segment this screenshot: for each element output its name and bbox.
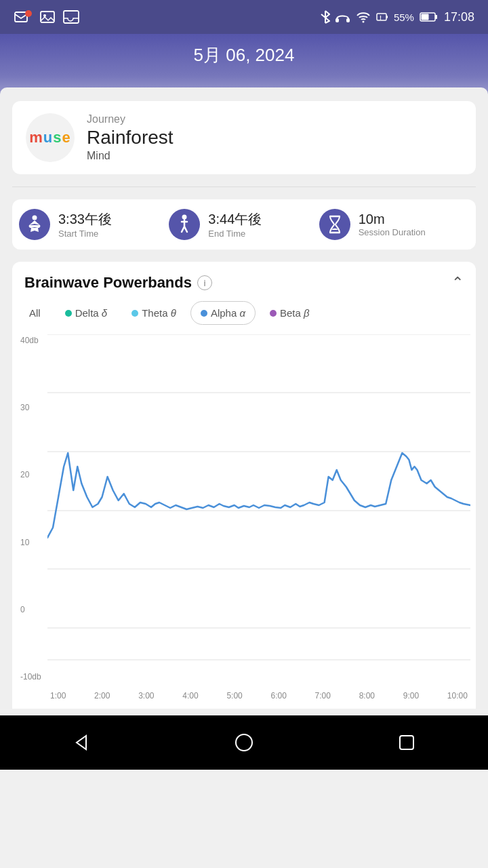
status-right-icons: ! 55% 17:08 — [321, 9, 474, 24]
end-time-icon — [169, 209, 200, 240]
svg-point-14 — [33, 216, 37, 220]
journey-label: Journey — [87, 113, 174, 125]
chart-svg-container: 1:00 2:00 3:00 4:00 5:00 6:00 7:00 8:00 … — [47, 334, 470, 702]
start-time-icon — [19, 209, 50, 240]
brainwave-card: Brainwave Powerbands i ⌃ All Delta δ The… — [12, 262, 476, 709]
stat-end-time: 3:44午後 End Time — [169, 209, 319, 240]
status-bar: ! 55% 17:08 — [0, 0, 488, 34]
recents-button[interactable] — [390, 726, 424, 760]
filter-beta[interactable]: Beta β — [260, 301, 320, 325]
duration-label: Session Duration — [359, 227, 426, 237]
chart-container: 40db 30 20 10 0 -10db — [12, 334, 476, 709]
svg-rect-13 — [435, 15, 437, 19]
header-date: 5月 06, 2024 — [0, 43, 488, 67]
header: 5月 06, 2024 — [0, 34, 488, 94]
time-display: 17:08 — [444, 10, 474, 24]
nav-bar — [0, 715, 488, 770]
end-time-value: 3:44午後 — [208, 210, 262, 229]
theta-dot — [131, 310, 138, 317]
stat-duration: 10m Session Duration — [319, 209, 469, 240]
headphones-icon — [336, 11, 350, 23]
x-axis: 1:00 2:00 3:00 4:00 5:00 6:00 7:00 8:00 … — [47, 690, 470, 702]
image-icon — [39, 9, 56, 24]
journey-info: Journey Rainforest Mind — [87, 113, 174, 162]
journey-type: Mind — [87, 150, 174, 162]
svg-rect-25 — [400, 736, 413, 749]
back-button[interactable] — [64, 726, 98, 760]
start-time-value: 3:33午後 — [58, 210, 112, 229]
home-button[interactable] — [227, 726, 261, 760]
battery-percentage: 55% — [394, 12, 414, 23]
collapse-button[interactable]: ⌃ — [451, 274, 464, 292]
brainwave-title: Brainwave Powerbands i — [24, 274, 212, 292]
filter-all[interactable]: All — [19, 301, 51, 325]
filter-alpha[interactable]: Alpha α — [190, 301, 256, 325]
brainwave-chart — [47, 334, 470, 687]
svg-rect-2 — [41, 12, 54, 22]
main-content: muse Journey Rainforest Mind 3:33午後 — [0, 87, 488, 709]
svg-point-7 — [362, 21, 364, 23]
bluetooth-icon — [321, 9, 330, 24]
filter-tabs: All Delta δ Theta θ Alpha α Beta β — [12, 301, 476, 334]
wifi-icon — [356, 11, 371, 23]
start-time-label: Start Time — [58, 229, 112, 239]
duration-value: 10m — [359, 212, 426, 227]
muse-logo: muse — [26, 113, 75, 162]
svg-marker-23 — [77, 736, 86, 749]
svg-rect-5 — [336, 18, 339, 22]
svg-rect-9 — [386, 16, 388, 18]
filter-delta[interactable]: Delta δ — [55, 301, 118, 325]
battery-warning-icon: ! — [376, 11, 388, 23]
svg-text:!: ! — [380, 14, 382, 21]
svg-rect-12 — [421, 14, 428, 20]
stat-start-time: 3:33午後 Start Time — [19, 209, 169, 240]
svg-point-15 — [182, 215, 187, 220]
divider — [12, 186, 476, 187]
battery-icon — [420, 12, 439, 22]
status-left-icons — [14, 9, 80, 24]
svg-point-24 — [236, 734, 252, 751]
svg-rect-8 — [377, 14, 386, 20]
delta-dot — [65, 310, 72, 317]
beta-dot — [270, 310, 277, 317]
session-stats: 3:33午後 Start Time 3:44午後 End Time — [12, 199, 476, 250]
svg-rect-6 — [346, 18, 350, 22]
journey-card: muse Journey Rainforest Mind — [12, 101, 476, 174]
journey-name: Rainforest — [87, 127, 174, 149]
brainwave-header: Brainwave Powerbands i ⌃ — [12, 274, 476, 301]
y-axis: 40db 30 20 10 0 -10db — [18, 334, 47, 702]
svg-point-1 — [25, 10, 32, 17]
end-time-label: End Time — [208, 229, 262, 239]
info-icon[interactable]: i — [197, 275, 212, 290]
filter-theta[interactable]: Theta θ — [121, 301, 186, 325]
alpha-dot — [201, 310, 207, 317]
duration-icon — [319, 209, 350, 240]
inbox-icon — [62, 9, 80, 24]
notification-icon-1 — [14, 9, 33, 24]
